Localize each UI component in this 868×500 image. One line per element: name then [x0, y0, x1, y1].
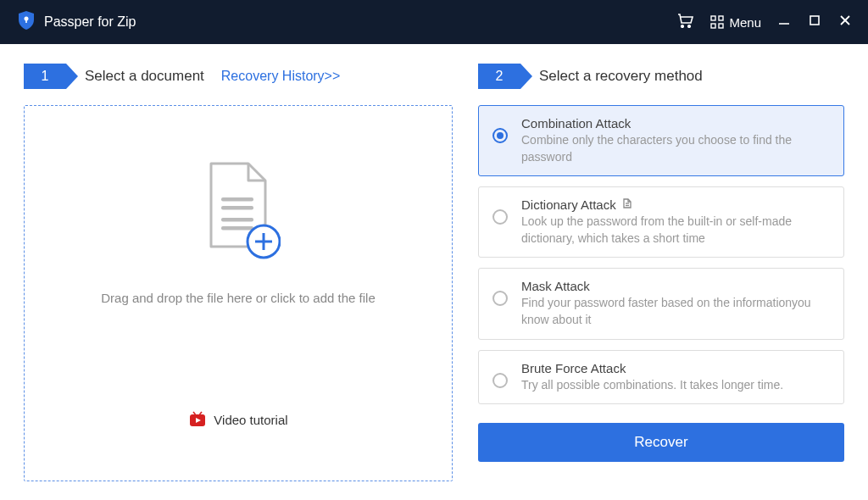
recovery-history-link[interactable]: Recovery History>>	[221, 69, 341, 84]
method-title: Dictionary Attack	[521, 197, 830, 212]
step1-header: 1 Select a document Recovery History>>	[24, 63, 453, 90]
menu-grid-icon	[710, 15, 724, 29]
menu-button[interactable]: Menu	[710, 15, 761, 30]
close-icon[interactable]	[839, 14, 851, 30]
step2-label: Select a recovery method	[539, 68, 703, 85]
radio-icon	[492, 373, 508, 388]
video-icon	[188, 410, 207, 430]
file-dropzone[interactable]: Drag and drop the file here or click to …	[24, 105, 453, 481]
content: 1 Select a document Recovery History>> D…	[0, 44, 868, 500]
app-title: Passper for Zip	[44, 14, 136, 30]
method-title: Combination Attack	[521, 116, 830, 131]
svg-rect-12	[221, 197, 253, 202]
method-dictionary-attack[interactable]: Dictionary Attack Look up the password f…	[478, 186, 844, 258]
svg-point-3	[688, 25, 691, 28]
radio-icon	[492, 291, 508, 306]
video-tutorial-link[interactable]: Video tutorial	[188, 410, 287, 430]
method-title: Brute Force Attack	[521, 361, 830, 375]
dictionary-file-icon	[621, 197, 633, 212]
left-panel: 1 Select a document Recovery History>> D…	[24, 63, 453, 481]
shield-icon	[17, 10, 36, 34]
maximize-icon[interactable]	[809, 14, 821, 30]
recover-button[interactable]: Recover	[478, 423, 844, 462]
method-desc: Combine only the characters you choose t…	[521, 132, 830, 165]
radio-icon	[492, 128, 508, 143]
dropzone-text: Drag and drop the file here or click to …	[101, 291, 376, 305]
minimize-icon[interactable]	[778, 14, 790, 30]
menu-label: Menu	[729, 15, 761, 30]
svg-line-20	[200, 412, 203, 414]
svg-rect-9	[810, 16, 819, 25]
method-mask-attack[interactable]: Mask Attack Find your password faster ba…	[478, 268, 844, 339]
method-combination-attack[interactable]: Combination Attack Combine only the char…	[478, 105, 844, 176]
svg-rect-13	[221, 206, 253, 210]
svg-rect-4	[711, 16, 715, 20]
method-title: Mask Attack	[521, 279, 830, 293]
step2-badge: 2	[478, 64, 520, 89]
video-tutorial-label: Video tutorial	[214, 413, 287, 427]
methods-list: Combination Attack Combine only the char…	[478, 105, 844, 404]
svg-rect-15	[221, 226, 253, 231]
radio-icon	[492, 209, 508, 225]
svg-rect-14	[221, 218, 253, 222]
method-desc: Look up the password from the built-in o…	[521, 214, 830, 247]
method-desc: Find your password faster based on the i…	[521, 295, 830, 328]
svg-line-19	[193, 412, 196, 414]
svg-rect-7	[719, 24, 723, 28]
step1-badge: 1	[24, 64, 66, 89]
method-brute-force-attack[interactable]: Brute Force Attack Try all possible comb…	[478, 350, 844, 405]
step2-header: 2 Select a recovery method	[478, 63, 844, 90]
svg-rect-5	[719, 16, 723, 20]
titlebar-right: Menu	[676, 13, 851, 31]
cart-icon[interactable]	[676, 13, 693, 31]
titlebar-left: Passper for Zip	[17, 10, 136, 34]
step1-label: Select a document	[85, 68, 204, 85]
titlebar: Passper for Zip Menu	[0, 0, 868, 44]
svg-rect-6	[711, 24, 715, 28]
svg-point-2	[682, 25, 684, 28]
document-add-icon	[196, 157, 281, 270]
svg-rect-1	[25, 19, 27, 23]
method-desc: Try all possible combinations. It takes …	[521, 377, 830, 394]
right-panel: 2 Select a recovery method Combination A…	[478, 63, 844, 481]
